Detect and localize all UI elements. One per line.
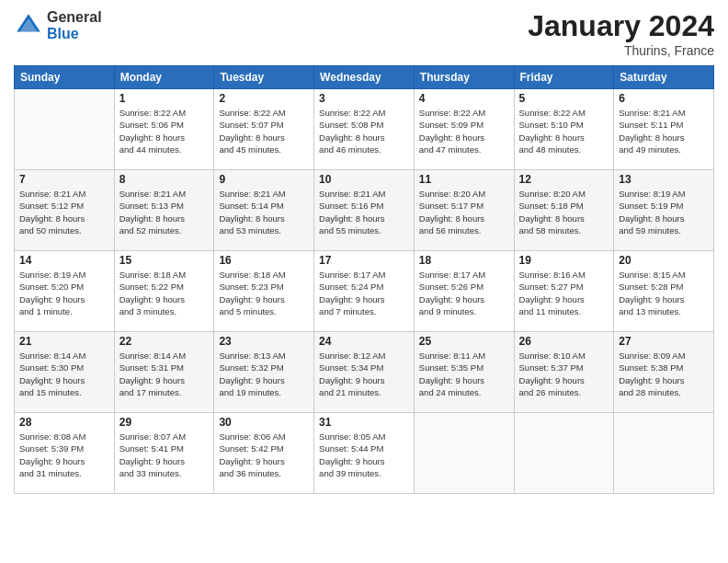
day-info: Sunrise: 8:17 AM Sunset: 5:24 PM Dayligh… <box>319 269 409 317</box>
day-number: 12 <box>519 173 609 186</box>
day-info: Sunrise: 8:21 AM Sunset: 5:14 PM Dayligh… <box>219 188 309 236</box>
calendar-cell: 11Sunrise: 8:20 AM Sunset: 5:17 PM Dayli… <box>414 170 514 251</box>
day-info: Sunrise: 8:22 AM Sunset: 5:10 PM Dayligh… <box>519 107 609 155</box>
day-header-saturday: Saturday <box>614 66 714 89</box>
day-info: Sunrise: 8:18 AM Sunset: 5:22 PM Dayligh… <box>119 269 210 317</box>
logo-blue-text: Blue <box>47 26 102 42</box>
calendar-week-row: 28Sunrise: 8:08 AM Sunset: 5:39 PM Dayli… <box>15 413 714 494</box>
calendar-cell: 5Sunrise: 8:22 AM Sunset: 5:10 PM Daylig… <box>514 89 614 170</box>
day-number: 26 <box>519 335 609 348</box>
day-info: Sunrise: 8:22 AM Sunset: 5:06 PM Dayligh… <box>119 107 210 155</box>
day-number: 22 <box>119 335 210 348</box>
day-header-wednesday: Wednesday <box>314 66 415 89</box>
day-header-tuesday: Tuesday <box>214 66 314 89</box>
calendar-cell: 29Sunrise: 8:07 AM Sunset: 5:41 PM Dayli… <box>114 413 214 494</box>
calendar-cell: 14Sunrise: 8:19 AM Sunset: 5:20 PM Dayli… <box>15 251 115 332</box>
calendar-cell <box>414 413 514 494</box>
day-header-friday: Friday <box>514 66 614 89</box>
day-info: Sunrise: 8:13 AM Sunset: 5:32 PM Dayligh… <box>219 350 309 398</box>
calendar-cell: 8Sunrise: 8:21 AM Sunset: 5:13 PM Daylig… <box>114 170 214 251</box>
day-number: 6 <box>619 92 709 105</box>
calendar-cell: 22Sunrise: 8:14 AM Sunset: 5:31 PM Dayli… <box>114 332 214 413</box>
calendar-cell: 23Sunrise: 8:13 AM Sunset: 5:32 PM Dayli… <box>214 332 314 413</box>
calendar-cell: 3Sunrise: 8:22 AM Sunset: 5:08 PM Daylig… <box>314 89 415 170</box>
day-number: 23 <box>219 335 309 348</box>
day-info: Sunrise: 8:11 AM Sunset: 5:35 PM Dayligh… <box>419 350 509 398</box>
calendar-cell: 12Sunrise: 8:20 AM Sunset: 5:18 PM Dayli… <box>514 170 614 251</box>
day-info: Sunrise: 8:12 AM Sunset: 5:34 PM Dayligh… <box>319 350 409 398</box>
day-number: 9 <box>219 173 309 186</box>
day-info: Sunrise: 8:18 AM Sunset: 5:23 PM Dayligh… <box>219 269 309 317</box>
day-number: 10 <box>319 173 409 186</box>
day-number: 24 <box>319 335 409 348</box>
calendar-cell: 15Sunrise: 8:18 AM Sunset: 5:22 PM Dayli… <box>114 251 214 332</box>
day-info: Sunrise: 8:17 AM Sunset: 5:26 PM Dayligh… <box>419 269 509 317</box>
day-info: Sunrise: 8:22 AM Sunset: 5:08 PM Dayligh… <box>319 107 409 155</box>
day-info: Sunrise: 8:21 AM Sunset: 5:13 PM Dayligh… <box>119 188 210 236</box>
calendar-cell: 18Sunrise: 8:17 AM Sunset: 5:26 PM Dayli… <box>414 251 514 332</box>
day-info: Sunrise: 8:08 AM Sunset: 5:39 PM Dayligh… <box>19 431 109 479</box>
calendar-cell: 24Sunrise: 8:12 AM Sunset: 5:34 PM Dayli… <box>314 332 415 413</box>
day-number: 19 <box>519 254 609 267</box>
subtitle: Thurins, France <box>528 43 714 58</box>
calendar-table: SundayMondayTuesdayWednesdayThursdayFrid… <box>14 65 714 494</box>
day-number: 4 <box>419 92 509 105</box>
day-info: Sunrise: 8:21 AM Sunset: 5:12 PM Dayligh… <box>19 188 109 236</box>
calendar-cell: 1Sunrise: 8:22 AM Sunset: 5:06 PM Daylig… <box>114 89 214 170</box>
logo-general-text: General <box>47 9 102 26</box>
calendar-week-row: 7Sunrise: 8:21 AM Sunset: 5:12 PM Daylig… <box>15 170 714 251</box>
day-number: 2 <box>219 92 309 105</box>
calendar-cell: 21Sunrise: 8:14 AM Sunset: 5:30 PM Dayli… <box>15 332 115 413</box>
day-number: 1 <box>119 92 210 105</box>
day-number: 21 <box>19 335 109 348</box>
day-number: 16 <box>219 254 309 267</box>
day-info: Sunrise: 8:10 AM Sunset: 5:37 PM Dayligh… <box>519 350 609 398</box>
day-info: Sunrise: 8:15 AM Sunset: 5:28 PM Dayligh… <box>619 269 709 317</box>
day-number: 29 <box>119 416 210 429</box>
calendar-week-row: 14Sunrise: 8:19 AM Sunset: 5:20 PM Dayli… <box>15 251 714 332</box>
day-info: Sunrise: 8:19 AM Sunset: 5:19 PM Dayligh… <box>619 188 709 236</box>
calendar-cell: 9Sunrise: 8:21 AM Sunset: 5:14 PM Daylig… <box>214 170 314 251</box>
day-info: Sunrise: 8:05 AM Sunset: 5:44 PM Dayligh… <box>319 431 409 479</box>
day-info: Sunrise: 8:06 AM Sunset: 5:42 PM Dayligh… <box>219 431 309 479</box>
day-number: 15 <box>119 254 210 267</box>
calendar-cell: 13Sunrise: 8:19 AM Sunset: 5:19 PM Dayli… <box>614 170 714 251</box>
day-info: Sunrise: 8:21 AM Sunset: 5:11 PM Dayligh… <box>619 107 709 155</box>
calendar-cell: 4Sunrise: 8:22 AM Sunset: 5:09 PM Daylig… <box>414 89 514 170</box>
calendar-cell: 16Sunrise: 8:18 AM Sunset: 5:23 PM Dayli… <box>214 251 314 332</box>
day-info: Sunrise: 8:09 AM Sunset: 5:38 PM Dayligh… <box>619 350 709 398</box>
day-number: 27 <box>619 335 709 348</box>
header: General Blue January 2024 Thurins, Franc… <box>14 9 714 58</box>
main-container: General Blue January 2024 Thurins, Franc… <box>0 0 728 563</box>
day-header-thursday: Thursday <box>414 66 514 89</box>
calendar-cell: 20Sunrise: 8:15 AM Sunset: 5:28 PM Dayli… <box>614 251 714 332</box>
day-number: 3 <box>319 92 409 105</box>
day-header-monday: Monday <box>114 66 214 89</box>
calendar-week-row: 1Sunrise: 8:22 AM Sunset: 5:06 PM Daylig… <box>15 89 714 170</box>
logo-icon <box>14 11 43 40</box>
day-number: 5 <box>519 92 609 105</box>
day-info: Sunrise: 8:22 AM Sunset: 5:09 PM Dayligh… <box>419 107 509 155</box>
logo-text: General Blue <box>47 9 102 41</box>
day-number: 28 <box>19 416 109 429</box>
day-info: Sunrise: 8:20 AM Sunset: 5:17 PM Dayligh… <box>419 188 509 236</box>
day-info: Sunrise: 8:14 AM Sunset: 5:31 PM Dayligh… <box>119 350 210 398</box>
calendar-header-row: SundayMondayTuesdayWednesdayThursdayFrid… <box>15 66 714 89</box>
day-info: Sunrise: 8:21 AM Sunset: 5:16 PM Dayligh… <box>319 188 409 236</box>
month-title: January 2024 <box>528 9 714 43</box>
calendar-cell: 30Sunrise: 8:06 AM Sunset: 5:42 PM Dayli… <box>214 413 314 494</box>
day-info: Sunrise: 8:22 AM Sunset: 5:07 PM Dayligh… <box>219 107 309 155</box>
calendar-cell: 31Sunrise: 8:05 AM Sunset: 5:44 PM Dayli… <box>314 413 415 494</box>
calendar-cell: 26Sunrise: 8:10 AM Sunset: 5:37 PM Dayli… <box>514 332 614 413</box>
calendar-cell: 27Sunrise: 8:09 AM Sunset: 5:38 PM Dayli… <box>614 332 714 413</box>
calendar-cell <box>514 413 614 494</box>
day-number: 8 <box>119 173 210 186</box>
day-info: Sunrise: 8:20 AM Sunset: 5:18 PM Dayligh… <box>519 188 609 236</box>
day-info: Sunrise: 8:07 AM Sunset: 5:41 PM Dayligh… <box>119 431 210 479</box>
calendar-week-row: 21Sunrise: 8:14 AM Sunset: 5:30 PM Dayli… <box>15 332 714 413</box>
title-block: January 2024 Thurins, France <box>528 9 714 58</box>
calendar-cell <box>614 413 714 494</box>
day-number: 11 <box>419 173 509 186</box>
calendar-cell: 19Sunrise: 8:16 AM Sunset: 5:27 PM Dayli… <box>514 251 614 332</box>
day-number: 17 <box>319 254 409 267</box>
